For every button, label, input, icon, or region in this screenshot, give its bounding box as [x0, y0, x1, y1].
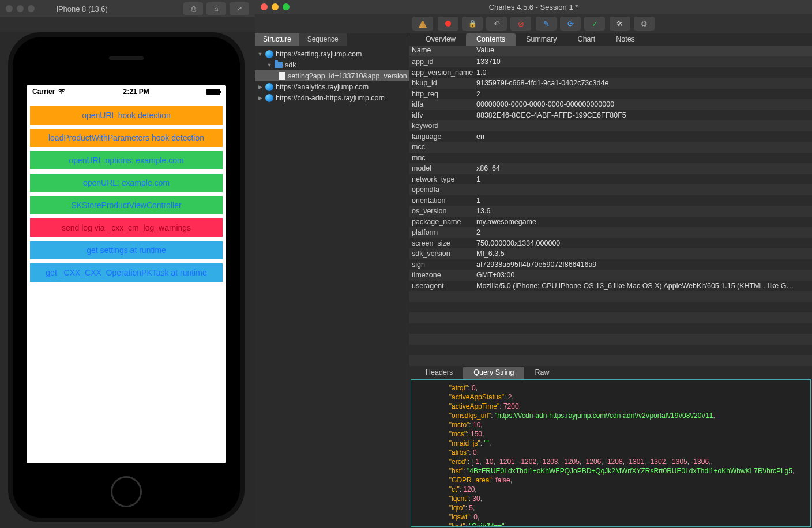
repeat-button[interactable]	[560, 17, 581, 31]
table-row[interactable]: openidfa	[409, 184, 812, 195]
param-value: 88382E46-8CEC-4ABF-AFFD-199CE6FF80F5	[474, 111, 812, 119]
table-row[interactable]: screen_size750.000000x1334.000000	[409, 238, 812, 249]
clock: 2:21 PM	[123, 88, 149, 96]
tree-host[interactable]: ▶https://analytics.rayjump.com	[255, 81, 409, 92]
table-row[interactable]: keyword	[409, 120, 812, 131]
record-button[interactable]	[438, 17, 458, 31]
traffic-lights[interactable]	[6, 5, 35, 12]
settings-button[interactable]	[634, 17, 655, 31]
charles-title: Charles 4.5.6 - Session 1 *	[255, 3, 812, 12]
tab-sequence[interactable]: Sequence	[299, 33, 347, 46]
simulator-titlebar: iPhone 8 (13.6) ⎙ ⌂ ↗	[0, 0, 255, 17]
breakpoints-button[interactable]	[510, 17, 531, 31]
app-button[interactable]: get settings at runtime	[30, 241, 223, 259]
param-name: language	[409, 133, 474, 141]
charles-titlebar: Charles 4.5.6 - Session 1 *	[255, 0, 812, 14]
param-name: sdk_version	[409, 250, 474, 258]
clear-button[interactable]	[412, 17, 433, 31]
param-name: orientation	[409, 197, 474, 205]
param-value: x86_64	[474, 164, 812, 172]
app-button[interactable]: openURL: example.com	[30, 174, 223, 192]
validate-button[interactable]	[584, 17, 605, 31]
traffic-lights[interactable]	[261, 3, 290, 10]
table-row[interactable]: platform2	[409, 227, 812, 238]
tab-structure[interactable]: Structure	[255, 33, 299, 46]
tab-chart[interactable]: Chart	[567, 33, 606, 46]
tree-host[interactable]: ▼https://setting.rayjump.com	[255, 48, 409, 59]
table-row[interactable]: timezoneGMT+03:00	[409, 270, 812, 281]
table-row[interactable]: http_req2	[409, 89, 812, 100]
tree-folder[interactable]: ▼sdk	[255, 59, 409, 70]
param-name: http_req	[409, 90, 474, 98]
table-row	[409, 302, 812, 313]
screenshot-button[interactable]: ⎙	[183, 2, 203, 15]
table-row[interactable]: modelx86_64	[409, 163, 812, 174]
param-name: mcc	[409, 143, 474, 151]
wifi-icon	[58, 89, 66, 95]
xcode-tabstrip	[0, 17, 255, 32]
file-icon	[279, 72, 285, 80]
carrier-label: Carrier	[32, 88, 55, 96]
table-row[interactable]: languageen	[409, 131, 812, 142]
param-name: app_version_name	[409, 69, 474, 77]
tab-query-string[interactable]: Query String	[463, 367, 524, 379]
home-hw-button[interactable]	[111, 476, 142, 507]
rotate-button[interactable]: ↗	[230, 2, 249, 15]
app-button[interactable]: openURL:options: example.com	[30, 151, 223, 169]
table-row[interactable]: network_type1	[409, 174, 812, 185]
app-button[interactable]: loadProductWithParameters hook detection	[30, 129, 223, 147]
host-tree: ▼https://setting.rayjump.com ▼sdk settin…	[255, 46, 409, 105]
charles-window: Charles 4.5.6 - Session 1 * Structure Se…	[255, 0, 812, 528]
tab-overview[interactable]: Overview	[415, 33, 466, 46]
throttle-button[interactable]	[486, 17, 507, 31]
json-viewer[interactable]: "atrqt": 0, "activeAppStatus": 2, "activ…	[411, 379, 811, 527]
param-value: 1	[474, 175, 812, 183]
table-row[interactable]: os_version13.6	[409, 206, 812, 217]
param-name: app_id	[409, 58, 474, 66]
tree-tabs: Structure Sequence	[255, 33, 409, 46]
table-row	[409, 345, 812, 356]
app-button[interactable]: openURL hook detection	[30, 106, 223, 125]
compose-button[interactable]	[536, 17, 557, 31]
tree-request[interactable]: setting?app_id=133710&app_version_n	[255, 70, 409, 81]
table-row[interactable]: sdk_versionMI_6.3.5	[409, 248, 812, 259]
ssl-button[interactable]	[462, 17, 483, 31]
table-row[interactable]: idfv88382E46-8CEC-4ABF-AFFD-199CE6FF80F5	[409, 110, 812, 121]
home-button[interactable]: ⌂	[206, 2, 226, 15]
bottom-tabs: Headers Query String Raw	[409, 367, 812, 379]
param-name: package_name	[409, 218, 474, 226]
tree-panel: Structure Sequence ▼https://setting.rayj…	[255, 33, 409, 528]
param-value: MI_6.3.5	[474, 250, 812, 258]
app-button[interactable]: get _CXX_CXX_OperationPKTask at runtime	[30, 263, 223, 282]
param-name: openidfa	[409, 186, 474, 194]
table-row[interactable]: orientation1	[409, 195, 812, 206]
param-name: os_version	[409, 207, 474, 215]
param-name: screen_size	[409, 239, 474, 247]
param-name: idfv	[409, 111, 474, 119]
tab-notes[interactable]: Notes	[606, 33, 645, 46]
battery-icon	[206, 89, 220, 95]
tree-host[interactable]: ▶https://cdn-adn-https.rayjump.com	[255, 92, 409, 103]
tools-button[interactable]	[610, 17, 630, 31]
table-row[interactable]: bkup_id9135979f-c668-4fd1-9ca1-0402c73c3…	[409, 78, 812, 89]
table-row[interactable]: app_version_name1.0	[409, 67, 812, 78]
table-row[interactable]: idfa00000000-0000-0000-0000-000000000000	[409, 99, 812, 110]
table-row[interactable]: signaf72938a595ff4b70e59072f866416a9	[409, 259, 812, 270]
param-value: af72938a595ff4b70e59072f866416a9	[474, 261, 812, 269]
table-row[interactable]: useragentMozilla/5.0 (iPhone; CPU iPhone…	[409, 281, 812, 292]
tree-label: setting?app_id=133710&app_version_n	[288, 72, 409, 80]
table-row	[409, 323, 812, 334]
tab-headers[interactable]: Headers	[415, 367, 463, 379]
table-row[interactable]: package_namemy.awesomegame	[409, 217, 812, 228]
app-button[interactable]: SKStoreProductViewController	[30, 196, 223, 214]
param-value: my.awesomegame	[474, 218, 812, 226]
table-row[interactable]: mcc	[409, 142, 812, 153]
table-row[interactable]: app_id133710	[409, 56, 812, 67]
tab-raw[interactable]: Raw	[524, 367, 559, 379]
table-row[interactable]: mnc	[409, 153, 812, 164]
param-value: 13.6	[474, 207, 812, 215]
app-button[interactable]: send log via _cxx_cm_log_warnings	[30, 218, 223, 237]
param-value: 750.000000x1334.000000	[474, 239, 812, 247]
tab-summary[interactable]: Summary	[516, 33, 567, 46]
tab-contents[interactable]: Contents	[466, 33, 516, 46]
